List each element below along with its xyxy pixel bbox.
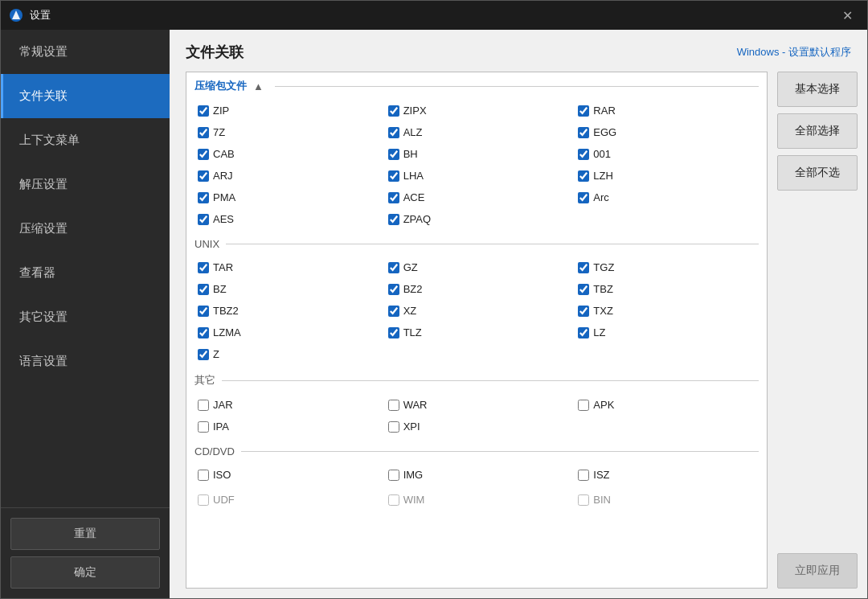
jar-checkbox[interactable]: [198, 400, 209, 411]
list-item[interactable]: ZIP: [191, 100, 382, 121]
list-item[interactable]: Arc: [571, 187, 762, 208]
lz-checkbox[interactable]: [578, 327, 589, 338]
lzma-checkbox[interactable]: [198, 327, 209, 338]
zpaq-checkbox[interactable]: [388, 214, 399, 225]
list-item[interactable]: ZPAQ: [382, 208, 572, 230]
sidebar-item-context-menu[interactable]: 上下文菜单: [1, 118, 170, 162]
zipx-checkbox[interactable]: [388, 105, 399, 117]
list-item[interactable]: WIM: [382, 489, 572, 511]
list-item[interactable]: ARJ: [191, 165, 382, 187]
list-item[interactable]: TXZ: [571, 300, 762, 322]
sidebar-item-extract[interactable]: 解压设置: [1, 162, 170, 207]
list-item[interactable]: XZ: [382, 300, 572, 322]
list-item[interactable]: ZIPX: [382, 100, 572, 121]
tlz-checkbox[interactable]: [388, 327, 399, 338]
list-item[interactable]: AES: [191, 208, 382, 230]
iso-checkbox[interactable]: [198, 470, 209, 481]
lha-checkbox[interactable]: [388, 170, 399, 182]
txz-checkbox[interactable]: [578, 306, 589, 317]
list-item[interactable]: LHA: [382, 165, 572, 187]
xpi-checkbox[interactable]: [388, 421, 399, 433]
list-item[interactable]: TLZ: [382, 322, 572, 343]
basic-select-button[interactable]: 基本选择: [777, 72, 858, 107]
tgz-checkbox[interactable]: [578, 262, 589, 273]
list-item[interactable]: WAR: [382, 394, 572, 416]
list-item[interactable]: TBZ2: [191, 300, 382, 322]
tbz2-checkbox[interactable]: [198, 306, 209, 317]
list-item[interactable]: Z: [191, 343, 382, 365]
apk-checkbox[interactable]: [578, 400, 589, 411]
pma-checkbox[interactable]: [198, 192, 209, 203]
list-item[interactable]: IMG: [382, 464, 572, 486]
list-item[interactable]: LZH: [571, 165, 762, 187]
wim-checkbox[interactable]: [388, 494, 399, 506]
bin-checkbox[interactable]: [578, 494, 589, 506]
deselect-all-button[interactable]: 全部不选: [777, 155, 858, 191]
aes-checkbox[interactable]: [198, 214, 209, 225]
war-checkbox[interactable]: [388, 400, 399, 411]
apply-now-button[interactable]: 立即应用: [777, 553, 858, 589]
confirm-button[interactable]: 确定: [10, 556, 160, 589]
list-item[interactable]: XPI: [382, 416, 572, 437]
sidebar-item-file-assoc[interactable]: 文件关联: [1, 74, 170, 118]
sidebar-item-viewer[interactable]: 查看器: [1, 251, 170, 295]
list-item[interactable]: 7Z: [191, 121, 382, 143]
list-item[interactable]: BIN: [571, 489, 762, 511]
list-item[interactable]: BZ2: [382, 278, 572, 300]
bz-checkbox[interactable]: [198, 284, 209, 295]
close-button[interactable]: ✕: [836, 5, 859, 27]
list-item[interactable]: CAB: [191, 143, 382, 165]
list-item[interactable]: IPA: [191, 416, 382, 437]
zip-checkbox[interactable]: [198, 105, 209, 117]
list-item[interactable]: TAR: [191, 256, 382, 278]
select-all-button[interactable]: 全部选择: [777, 113, 858, 149]
list-item[interactable]: 001: [571, 143, 762, 165]
sidebar-item-other-settings[interactable]: 其它设置: [1, 295, 170, 339]
list-item[interactable]: EGG: [571, 121, 762, 143]
alz-checkbox[interactable]: [388, 127, 399, 138]
arc-checkbox[interactable]: [578, 192, 589, 203]
windows-default-link[interactable]: Windows - 设置默认程序: [737, 45, 851, 59]
ace-checkbox[interactable]: [388, 192, 399, 203]
file-list-container[interactable]: 压缩包文件 ▲ ZIP ZIPX: [186, 72, 768, 589]
list-item[interactable]: BH: [382, 143, 572, 165]
bz2-checkbox[interactable]: [388, 284, 399, 295]
list-item[interactable]: LZMA: [191, 322, 382, 343]
list-item[interactable]: APK: [571, 394, 762, 416]
list-item[interactable]: BZ: [191, 278, 382, 300]
gz-checkbox[interactable]: [388, 262, 399, 273]
egg-checkbox[interactable]: [578, 127, 589, 138]
arj-checkbox[interactable]: [198, 170, 209, 182]
list-item[interactable]: UDF: [191, 489, 382, 511]
rar-checkbox[interactable]: [578, 105, 589, 117]
001-checkbox[interactable]: [578, 149, 589, 160]
section-other-label: 其它: [194, 373, 215, 388]
list-item[interactable]: ACE: [382, 187, 572, 208]
list-item[interactable]: TGZ: [571, 256, 762, 278]
bh-checkbox[interactable]: [388, 149, 399, 160]
list-item[interactable]: PMA: [191, 187, 382, 208]
list-item[interactable]: LZ: [571, 322, 762, 343]
sidebar-item-compress[interactable]: 压缩设置: [1, 207, 170, 251]
tbz-checkbox[interactable]: [578, 284, 589, 295]
list-item[interactable]: ISO: [191, 464, 382, 486]
lzh-checkbox[interactable]: [578, 170, 589, 182]
list-item[interactable]: TBZ: [571, 278, 762, 300]
list-item[interactable]: RAR: [571, 100, 762, 121]
isz-checkbox[interactable]: [578, 470, 589, 481]
cab-checkbox[interactable]: [198, 149, 209, 160]
reset-button[interactable]: 重置: [10, 518, 160, 550]
list-item[interactable]: ALZ: [382, 121, 572, 143]
list-item[interactable]: GZ: [382, 256, 572, 278]
sidebar-item-general[interactable]: 常规设置: [1, 30, 170, 74]
z-checkbox[interactable]: [198, 349, 209, 360]
7z-checkbox[interactable]: [198, 127, 209, 138]
xz-checkbox[interactable]: [388, 306, 399, 317]
list-item[interactable]: ISZ: [571, 464, 762, 486]
list-item[interactable]: JAR: [191, 394, 382, 416]
ipa-checkbox[interactable]: [198, 421, 209, 433]
tar-checkbox[interactable]: [198, 262, 209, 273]
sidebar-item-language[interactable]: 语言设置: [1, 339, 170, 384]
udf-checkbox[interactable]: [198, 494, 209, 506]
img-checkbox[interactable]: [388, 470, 399, 481]
